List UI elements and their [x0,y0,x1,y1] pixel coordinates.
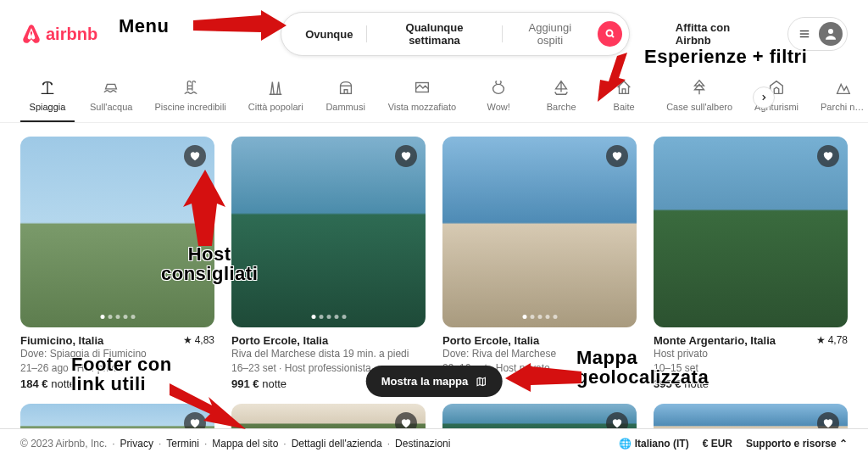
cabin-icon [615,78,633,97]
footer-links: © 2023 Airbnb, Inc.· Privacy· Termini· M… [20,438,450,450]
cat-sullacqua[interactable]: Sull'acqua [83,75,139,120]
water-icon [102,78,120,97]
cat-baite[interactable]: Baite [597,75,651,120]
listing-title: Porto Ercole, Italia [442,334,539,347]
divider [366,25,367,42]
svg-point-5 [828,29,833,34]
divider [502,25,503,42]
carousel-dots [522,315,557,319]
cat-spiaggia[interactable]: Spiaggia [20,75,75,122]
listing-price: 184 € notte [20,377,214,390]
listing-sub: Dove: Spiaggia di Fiumicino [20,347,214,361]
airbnb-logo-icon [20,23,42,45]
heart-icon [822,150,834,162]
category-bar: Spiaggia Sull'acqua Piscine incredibili … [0,68,868,123]
cat-citta[interactable]: Città popolari [242,75,310,120]
listing-sub: 10–15 set [654,361,848,376]
view-icon [413,78,431,97]
favorite-button[interactable] [606,145,628,167]
svg-point-0 [606,31,612,36]
search-where[interactable]: Ovunque [295,25,363,44]
logo[interactable]: airbnb [20,23,97,45]
heart-icon [189,150,201,162]
pool-icon [181,78,200,97]
chevron-right-icon [760,93,768,102]
heart-icon [611,150,623,162]
favorite-button[interactable] [395,145,417,167]
dammusi-icon [337,78,355,97]
favorite-button[interactable] [184,145,206,167]
cat-albero[interactable]: Case sull'albero [659,75,739,120]
listing-card[interactable]: Porto Ercole, Italia Dove: Riva del Marc… [442,137,637,390]
cat-wow[interactable]: Wow! [471,75,526,120]
show-map-button[interactable]: Mostra la mappa [366,366,503,397]
boat-icon [552,78,570,97]
host-link[interactable]: Affitta con Airbnb [667,13,774,55]
city-icon [266,78,285,97]
listing-sub: Dove: Riva del Marchese [442,347,637,361]
cat-parchi[interactable]: Parchi n… [814,75,868,120]
language-picker[interactable]: 🌐 Italiano (IT) [619,438,688,450]
avatar [819,22,843,46]
svg-line-1 [611,36,614,38]
listing-image [654,137,848,327]
cat-vista[interactable]: Vista mozzafiato [381,75,464,120]
category-scroll-next[interactable] [753,87,775,109]
wow-icon [489,78,508,97]
footer-link-termini[interactable]: Termini [166,438,199,450]
listing-sub: 21–26 ago · H… privat [20,361,214,376]
footer: © 2023 Airbnb, Inc.· Privacy· Termini· M… [0,428,868,458]
footer-link-company[interactable]: Dettagli dell'azienda [292,438,382,450]
listing-title: Porto Ercole, Italia [231,334,328,347]
cat-barche[interactable]: Barche [534,75,588,120]
heart-icon [400,150,412,162]
listing-rating: ★ 4,83 [183,334,214,347]
carousel-dots [100,315,135,319]
search-button[interactable] [598,21,622,47]
listing-image [231,137,426,327]
listing-grid: Fiumicino, Italia★ 4,83 Dove: Spiaggia d… [0,123,868,404]
listing-title: Monte Argentario, Italia [654,334,776,347]
support-link[interactable]: Supporto e risorse ⌃ [746,438,848,450]
hamburger-icon [798,28,810,40]
cat-dammusi[interactable]: Dammusi [319,75,373,120]
treehouse-icon [690,78,709,97]
footer-right: 🌐 Italiano (IT) € EUR Supporto e risorse… [619,438,848,450]
listing-image [20,137,214,327]
search-guests[interactable]: Aggiungi ospiti [506,18,595,50]
svg-point-8 [493,84,504,93]
search-icon [605,29,615,39]
currency-picker[interactable]: € EUR [703,438,732,450]
listing-sub: Riva del Marchese dista 19 min. a piedi [231,347,426,361]
footer-link-sitemap[interactable]: Mappa del sito [212,438,278,450]
beach-icon [38,78,57,97]
listing-rating: ★ 4,78 [816,334,848,347]
listing-image [442,137,637,327]
search-pill[interactable]: Ovunque Qualunque settimana Aggiungi osp… [281,12,630,56]
carousel-dots [311,315,346,319]
user-menu[interactable] [787,17,848,51]
map-icon [475,376,487,388]
listing-title: Fiumicino, Italia [20,334,103,347]
park-icon [833,78,852,97]
cat-piscine[interactable]: Piscine incredibili [147,75,232,120]
brand-text: airbnb [46,25,97,44]
user-icon [823,26,838,42]
copyright: © 2023 Airbnb, Inc. [20,438,107,450]
footer-link-dest[interactable]: Destinazioni [395,438,450,450]
listing-card[interactable]: Porto Ercole, Italia Riva del Marchese d… [231,137,426,390]
listing-card[interactable]: Fiumicino, Italia★ 4,83 Dove: Spiaggia d… [20,137,214,390]
header: airbnb Ovunque Qualunque settimana Aggiu… [0,0,868,68]
listing-price: 395 € notte [654,377,848,390]
listing-card[interactable]: Monte Argentario, Italia★ 4,78 Host priv… [654,137,848,390]
listing-sub: Host privato [654,347,848,361]
search-when[interactable]: Qualunque settimana [370,18,498,50]
footer-link-privacy[interactable]: Privacy [120,438,153,450]
favorite-button[interactable] [817,145,839,167]
